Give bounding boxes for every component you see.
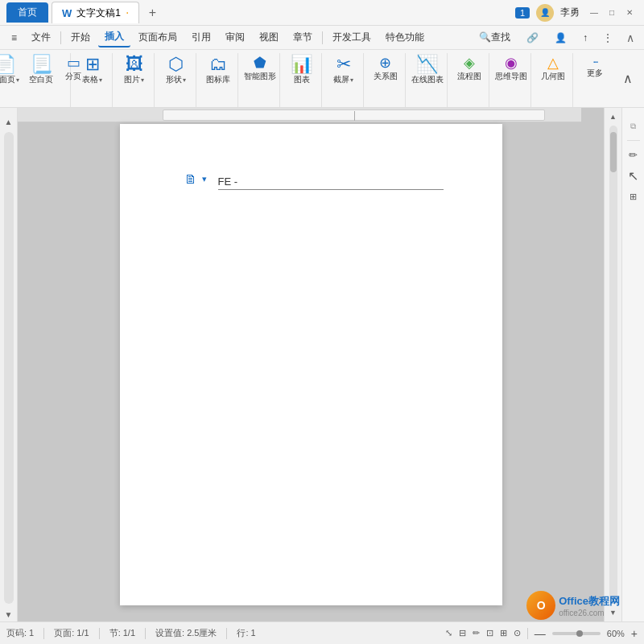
online-chart-label: 在线图表 bbox=[411, 74, 444, 85]
zoom-minus-button[interactable]: — bbox=[535, 627, 546, 640]
image-dropdown-arrow: ▾ bbox=[141, 76, 144, 84]
search-button[interactable]: 🔍查找 bbox=[473, 28, 517, 47]
close-button[interactable]: ✕ bbox=[621, 5, 638, 21]
right-scroll-up[interactable]: ▲ bbox=[606, 109, 621, 124]
cover-dropdown-arrow: ▾ bbox=[16, 76, 19, 84]
geometry-button[interactable]: △ 几何图 bbox=[537, 53, 569, 85]
shape-label: 形状▾ bbox=[166, 74, 186, 85]
table-dropdown-arrow: ▾ bbox=[99, 76, 102, 84]
right-tool-extra[interactable]: ⊞ bbox=[625, 188, 642, 205]
zoom-level-label: 60% bbox=[607, 629, 625, 638]
menu-devtools[interactable]: 开发工具 bbox=[326, 28, 378, 47]
office-url: office26.com bbox=[559, 609, 620, 617]
ribbon-collapse-button[interactable]: ∧ bbox=[617, 68, 639, 90]
capture-dropdown-arrow: ▾ bbox=[350, 76, 353, 84]
chartlib-icon: 🗂 bbox=[209, 56, 227, 73]
menu-icon[interactable]: ≡ bbox=[5, 30, 23, 46]
menu-features[interactable]: 特色功能 bbox=[379, 28, 431, 47]
capture-button[interactable]: ✂ 截屏▾ bbox=[329, 53, 358, 88]
office-watermark: O Office教程网 office26.com bbox=[526, 591, 620, 620]
status-icon-layout[interactable]: ⊟ bbox=[459, 628, 466, 638]
menu-bar: ≡ 文件 开始 插入 页面布局 引用 审阅 视图 章节 开发工具 特色功能 🔍查… bbox=[0, 26, 644, 50]
menu-more-button[interactable]: ⋮ bbox=[597, 29, 618, 47]
ribbon-onlinechart-top: 📉 在线图表 bbox=[407, 53, 448, 105]
window-controls: — □ ✕ bbox=[586, 5, 638, 21]
menu-start[interactable]: 开始 bbox=[64, 28, 97, 47]
more-button[interactable]: ··· 更多 bbox=[580, 53, 609, 81]
smart-shape-icon: ⬟ bbox=[254, 56, 266, 70]
capture-label: 截屏▾ bbox=[333, 74, 353, 85]
chartlib-button[interactable]: 🗂 图标库 bbox=[202, 53, 234, 88]
right-tool-pen[interactable]: ✏ bbox=[625, 146, 642, 163]
page-number-badge: 1 bbox=[515, 7, 530, 19]
ribbon-group-mindmap: ◉ 思维导图 bbox=[491, 53, 531, 107]
online-chart-icon: 📉 bbox=[416, 56, 438, 73]
menu-share-icon[interactable]: ↑ bbox=[576, 30, 594, 46]
shape-button[interactable]: ⬡ 形状▾ bbox=[162, 53, 191, 88]
status-icon-resize[interactable]: ⤡ bbox=[445, 628, 452, 638]
cover-page-icon: 📄 bbox=[0, 56, 16, 73]
online-chart-button[interactable]: 📉 在线图表 bbox=[407, 53, 448, 88]
table-button[interactable]: ⊞ 表格▾ bbox=[78, 53, 107, 88]
status-icon-grid[interactable]: ⊡ bbox=[486, 628, 493, 638]
zoom-plus-button[interactable]: + bbox=[631, 627, 638, 640]
menu-person-icon[interactable]: 👤 bbox=[548, 30, 573, 46]
menu-view[interactable]: 视图 bbox=[253, 28, 285, 47]
relation-icon: ⊕ bbox=[379, 56, 391, 70]
ribbon-smart-top: ⬟ 智能图形 bbox=[240, 53, 280, 105]
status-page-num: 页码: 1 bbox=[6, 627, 34, 639]
new-tab-button[interactable]: + bbox=[142, 3, 162, 23]
right-tool-cursor[interactable]: ↖ bbox=[625, 167, 642, 184]
title-bar: 首页 W 文字文稿1 · + 1 👤 李勇 — □ ✕ bbox=[0, 0, 644, 26]
minimize-button[interactable]: — bbox=[586, 5, 602, 21]
tab-document[interactable]: W 文字文稿1 · bbox=[52, 2, 139, 23]
flowchart-button[interactable]: ◈ 流程图 bbox=[453, 53, 485, 85]
right-tool-collapse[interactable]: ⧉ bbox=[625, 118, 642, 135]
more-label: 更多 bbox=[587, 68, 603, 79]
title-area bbox=[210, 172, 444, 190]
mindmap-button[interactable]: ◉ 思维导图 bbox=[491, 53, 531, 85]
status-icon-settings[interactable]: ⊙ bbox=[514, 628, 521, 638]
title-bar-right: 1 👤 李勇 — □ ✕ bbox=[515, 4, 638, 22]
user-avatar[interactable]: 👤 bbox=[536, 4, 554, 22]
menu-insert[interactable]: 插入 bbox=[98, 27, 130, 47]
tab-home[interactable]: 首页 bbox=[6, 2, 48, 23]
relation-button[interactable]: ⊕ 关系图 bbox=[369, 53, 402, 85]
office-logo: O bbox=[526, 591, 555, 620]
blank-page-label: 空白页 bbox=[29, 74, 53, 85]
menu-right-icons[interactable]: 🔗 bbox=[520, 30, 545, 46]
image-button[interactable]: 🖼 图片▾ bbox=[120, 53, 149, 88]
chart-button[interactable]: 📊 图表 bbox=[287, 53, 316, 88]
right-scrollbar-track[interactable] bbox=[609, 126, 617, 604]
menu-chapter[interactable]: 章节 bbox=[287, 28, 319, 47]
word-icon: W bbox=[62, 7, 72, 19]
blank-page-icon: 📃 bbox=[31, 56, 52, 73]
smart-shape-button[interactable]: ⬟ 智能图形 bbox=[240, 53, 280, 85]
status-sep-1 bbox=[43, 628, 44, 639]
page-icon-dropdown[interactable]: ▾ bbox=[202, 174, 207, 184]
geometry-label: 几何图 bbox=[541, 71, 565, 82]
document-title-input[interactable] bbox=[218, 174, 444, 190]
scroll-down-arrow[interactable]: ▼ bbox=[2, 607, 16, 621]
menu-review[interactable]: 审阅 bbox=[219, 28, 251, 47]
menu-ref[interactable]: 引用 bbox=[185, 28, 217, 47]
restore-button[interactable]: □ bbox=[604, 5, 620, 21]
right-tools-panel: ⧉ ✏ ↖ ⊞ bbox=[621, 108, 644, 621]
ribbon-group-shape: ⬡ 形状▾ bbox=[156, 53, 196, 107]
left-scrollbar-track bbox=[4, 132, 14, 604]
status-icon-table[interactable]: ⊞ bbox=[500, 628, 507, 638]
blank-page-button[interactable]: 📃 空白页 bbox=[25, 53, 57, 88]
scroll-up-arrow[interactable]: ▲ bbox=[2, 114, 16, 129]
zoom-slider-thumb[interactable] bbox=[576, 630, 583, 637]
right-scrollbar-thumb[interactable] bbox=[610, 132, 617, 172]
cover-page-button[interactable]: 📄 封面页▾ bbox=[0, 53, 23, 88]
zoom-slider[interactable] bbox=[552, 632, 601, 635]
menu-collapse-button[interactable]: ∧ bbox=[621, 29, 639, 47]
status-sep-5 bbox=[527, 628, 528, 639]
mindmap-label: 思维导图 bbox=[495, 71, 527, 82]
menu-layout[interactable]: 页面布局 bbox=[132, 28, 184, 47]
ribbon-group-flow: ◈ 流程图 bbox=[449, 53, 489, 107]
unsaved-dot: · bbox=[126, 6, 129, 20]
status-icon-pen[interactable]: ✏ bbox=[473, 628, 480, 638]
menu-file[interactable]: 文件 bbox=[25, 28, 57, 47]
